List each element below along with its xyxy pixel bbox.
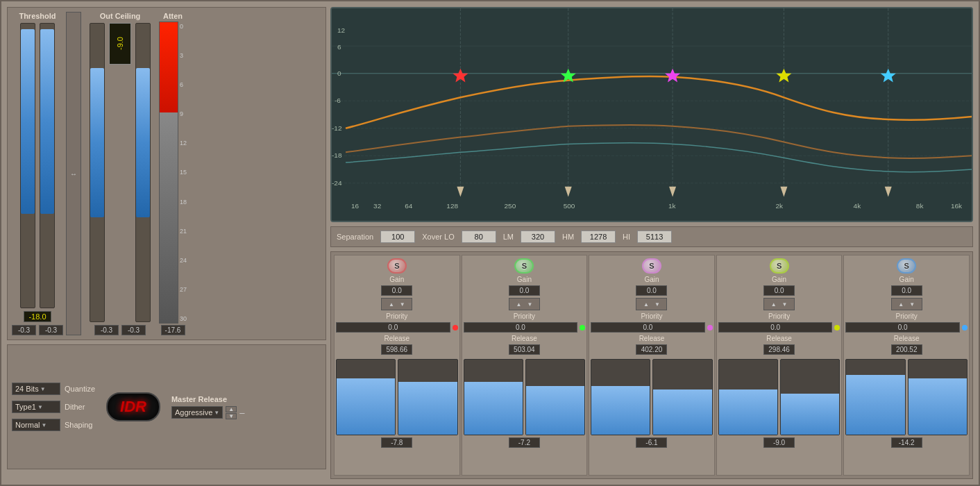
band-down-3[interactable]: ▼ (654, 301, 660, 308)
band-fader-left-3[interactable] (591, 359, 650, 435)
band-down-2[interactable]: ▼ (527, 301, 532, 308)
band-gain-value-3[interactable]: 0.0 (636, 285, 667, 296)
threshold-val2: -0.3 (39, 325, 63, 335)
band-fader-fill-right-1 (398, 382, 457, 435)
separation-input[interactable] (380, 231, 415, 243)
quantize-label: Quantize (65, 385, 95, 393)
band-fader-fill-right-5 (909, 378, 967, 435)
band-gain-value-2[interactable]: 0.0 (509, 285, 540, 296)
band-fader-right-1[interactable] (398, 359, 457, 435)
band-fader-right-2[interactable] (525, 359, 585, 435)
out-ceiling-slider-right[interactable] (135, 23, 151, 322)
band-priority-value-4[interactable]: 0.0 (718, 322, 833, 333)
svg-text:6: 6 (337, 43, 341, 51)
band-fader-left-5[interactable] (845, 359, 905, 435)
lm-input[interactable] (521, 231, 555, 243)
band-gain-value-1[interactable]: 0.0 (381, 285, 412, 296)
master-release-stepper[interactable]: ▲ ▼ (226, 406, 237, 419)
band-release-value-1[interactable]: 598.66 (381, 344, 412, 355)
xover-lo-input[interactable] (462, 231, 496, 243)
master-release-label: Master Release (171, 395, 245, 403)
svg-text:8k: 8k (916, 202, 924, 210)
band-fader-right-5[interactable] (908, 359, 968, 435)
band-priority-value-5[interactable]: 0.0 (845, 322, 960, 333)
band-priority-value-1[interactable]: 0.0 (336, 322, 450, 333)
band-fader-left-4[interactable] (718, 359, 778, 435)
threshold-thumb-left (21, 29, 35, 214)
band-fader-left-1[interactable] (336, 359, 396, 435)
band-fader-left-2[interactable] (464, 359, 523, 435)
out-ceiling-slider-left[interactable] (90, 23, 105, 322)
dither-dropdown[interactable]: Type1 ▼ (12, 401, 60, 413)
band-priority-dot-1 (453, 325, 458, 330)
band-gain-label-4: Gain (772, 276, 786, 283)
threshold-slider-right[interactable] (40, 23, 55, 308)
master-release-row: Aggressive ▼ ▲ ▼ – (171, 406, 245, 419)
band-gain-value-4[interactable]: 0.0 (763, 285, 795, 296)
controls-bottom: 24 Bits ▼ Quantize Type1 ▼ Dither Normal (7, 344, 326, 469)
band-stepper-2[interactable]: ▲ ▼ (509, 298, 540, 310)
svg-text:12: 12 (337, 26, 346, 34)
band-up-3[interactable]: ▲ (643, 301, 649, 308)
band-stepper-4[interactable]: ▲ ▼ (763, 298, 795, 310)
svg-text:2k: 2k (775, 202, 783, 210)
master-release-dropdown[interactable]: Aggressive ▼ (171, 406, 223, 419)
band-release-value-4[interactable]: 298.46 (763, 344, 795, 355)
threshold-val1: -0.3 (12, 325, 36, 335)
band-s-button-5[interactable]: S (897, 258, 916, 274)
band-bottom-value-1: -7.8 (381, 437, 412, 448)
master-release-minus: – (239, 408, 244, 418)
threshold-value[interactable]: -18.0 (24, 311, 51, 322)
quantize-dropdown[interactable]: 24 Bits ▼ (12, 383, 60, 395)
band-gain-value-5[interactable]: 0.0 (891, 285, 922, 296)
out-ceiling-val2: -0.3 (121, 325, 146, 335)
atten-value: -17.6 (161, 325, 185, 335)
band-down-1[interactable]: ▼ (400, 301, 405, 308)
band-priority-label-1: Priority (386, 312, 407, 320)
band-fader-right-4[interactable] (780, 359, 840, 435)
band-channel-3: S Gain 0.0 ▲ ▼ Priority 0.0 Release 402.… (589, 255, 715, 476)
band-s-button-2[interactable]: S (514, 258, 534, 274)
divider-arrow[interactable]: ↔ (66, 12, 81, 335)
band-up-4[interactable]: ▲ (771, 301, 777, 308)
atten-meter (159, 22, 178, 324)
svg-text:-6: -6 (335, 97, 341, 104)
band-priority-value-2[interactable]: 0.0 (464, 322, 578, 333)
hi-input[interactable] (637, 231, 672, 243)
out-ceiling-value-inline[interactable]: -9.0 (109, 23, 131, 65)
hm-input[interactable] (581, 231, 616, 243)
band-gain-label-1: Gain (389, 276, 404, 283)
band-release-label-1: Release (384, 335, 409, 342)
band-s-button-4[interactable]: S (770, 258, 789, 274)
band-release-value-5[interactable]: 200.52 (891, 344, 922, 355)
band-s-button-3[interactable]: S (642, 258, 661, 274)
band-fader-fill-left-5 (846, 375, 904, 435)
shaping-row: Normal ▼ Shaping (12, 419, 95, 431)
svg-text:-18: -18 (332, 151, 342, 159)
quantize-row: 24 Bits ▼ Quantize (12, 383, 95, 395)
band-fader-right-3[interactable] (652, 359, 712, 435)
master-release-down[interactable]: ▼ (226, 413, 237, 419)
band-down-5[interactable]: ▼ (909, 301, 915, 308)
band-up-1[interactable]: ▲ (389, 301, 394, 308)
band-bottom-value-5: -14.2 (891, 437, 922, 448)
band-down-4[interactable]: ▼ (782, 301, 788, 308)
out-ceiling-thumb-left (90, 68, 104, 217)
band-stepper-1[interactable]: ▲ ▼ (381, 298, 412, 310)
band-up-5[interactable]: ▲ (898, 301, 904, 308)
eq-display[interactable]: 12 6 0 -6 -12 -18 -24 16 32 64 128 250 5… (330, 7, 973, 222)
band-stepper-5[interactable]: ▲ ▼ (891, 298, 922, 310)
band-release-value-3[interactable]: 402.20 (636, 344, 667, 355)
band-release-value-2[interactable]: 503.04 (509, 344, 540, 355)
atten-label: Atten (163, 12, 183, 20)
svg-text:32: 32 (373, 202, 382, 210)
threshold-slider-left[interactable] (20, 23, 35, 308)
shaping-dropdown[interactable]: Normal ▼ (12, 419, 60, 431)
band-gain-label-3: Gain (644, 276, 659, 283)
band-up-2[interactable]: ▲ (516, 301, 521, 308)
master-release-up[interactable]: ▲ (226, 406, 237, 412)
band-stepper-3[interactable]: ▲ ▼ (636, 298, 667, 310)
band-fader-fill-left-3 (591, 386, 650, 435)
band-s-button-1[interactable]: S (387, 258, 407, 274)
band-priority-value-3[interactable]: 0.0 (591, 322, 705, 333)
